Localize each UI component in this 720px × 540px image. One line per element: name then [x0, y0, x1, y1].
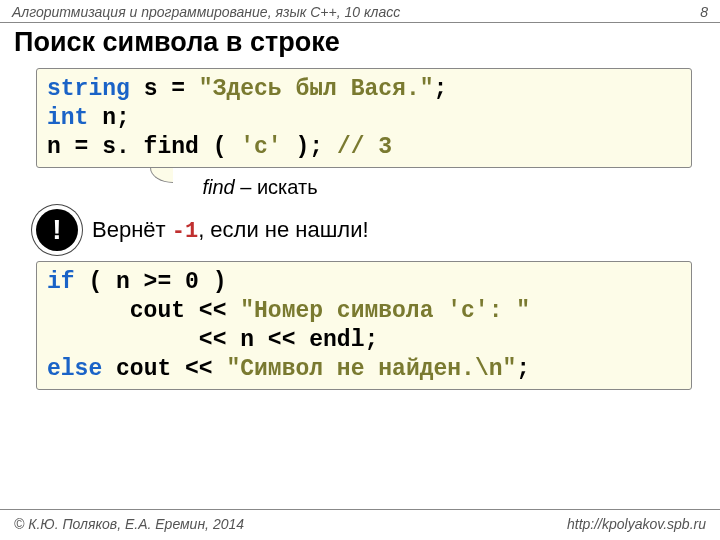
keyword-if: if	[47, 269, 75, 295]
slide-header: Алгоритмизация и программирование, язык …	[0, 0, 720, 22]
comment: // 3	[337, 134, 392, 160]
code-line: << n << endl;	[47, 326, 681, 355]
keyword-else: else	[47, 356, 102, 382]
return-value: -1	[172, 219, 198, 244]
char-literal: 'с'	[240, 134, 281, 160]
keyword-type: string	[47, 76, 130, 102]
code-line: if ( n >= 0 )	[47, 268, 681, 297]
code-block-1: string s = "Здесь был Вася."; int n; n =…	[36, 68, 692, 168]
code-line: else cout << "Символ не найден.\n";	[47, 355, 681, 384]
header-subject: Алгоритмизация и программирование, язык …	[12, 4, 400, 20]
code-block-2: if ( n >= 0 ) cout << "Номер символа 'c'…	[36, 261, 692, 390]
exclamation-icon: !	[36, 209, 78, 251]
string-literal: "Символ не найден.\n"	[226, 356, 516, 382]
slide-footer: © К.Ю. Поляков, Е.А. Еремин, 2014 http:/…	[0, 516, 720, 532]
warning-row: ! Вернёт -1, если не нашли!	[36, 209, 720, 251]
code-line: int n;	[47, 104, 681, 133]
string-literal: "Здесь был Вася."	[199, 76, 434, 102]
code-line: n = s. find ( 'с' ); // 3	[47, 133, 681, 162]
copyright: © К.Ю. Поляков, Е.А. Еремин, 2014	[14, 516, 244, 532]
footer-rule	[0, 509, 720, 510]
string-literal: "Номер символа 'c': "	[240, 298, 530, 324]
footer-url: http://kpolyakov.spb.ru	[567, 516, 706, 532]
slide-title: Поиск символа в строке	[0, 25, 720, 64]
callout-caption: find – искать	[160, 176, 360, 199]
page-number: 8	[700, 4, 708, 20]
keyword-type: int	[47, 105, 88, 131]
code-line: string s = "Здесь был Вася.";	[47, 75, 681, 104]
header-rule	[0, 22, 720, 23]
warning-text: Вернёт -1, если не нашли!	[92, 217, 369, 244]
code-line: cout << "Номер символа 'c': "	[47, 297, 681, 326]
caption-keyword: find	[202, 176, 234, 198]
